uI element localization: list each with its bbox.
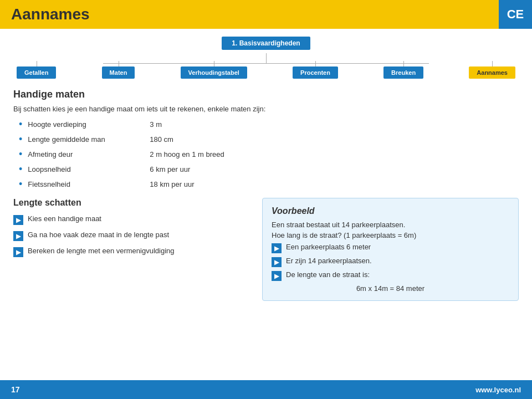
item-value: 180 cm [150, 135, 173, 144]
list-item: Hoogte verdieping 3 m [13, 119, 519, 130]
step-text: Bereken de lengte met een vermenigvuldig… [28, 247, 175, 255]
nav-items: Getallen Maten Verhoudingstabel Procente… [11, 66, 521, 79]
nav-section: 1. Basisvaardigheden Getallen Maten Verh… [0, 29, 532, 79]
arrow-icon: ▶ [13, 215, 23, 225]
item-label: Loopsnelheid [28, 165, 150, 173]
arrow-icon: ▶ [272, 271, 282, 281]
list-item: ▶ Er zijn 14 parkeerplaatsen. [272, 257, 509, 267]
list-item: ▶ Kies een handige maat [13, 214, 251, 225]
list-item: ▶ Bereken de lengte met een vermenigvuld… [13, 247, 251, 257]
nav-item-procenten[interactable]: Procenten [293, 66, 338, 79]
lengte-steps: ▶ Kies een handige maat ▶ Ga na hoe vaak… [13, 214, 251, 257]
arrow-icon: ▶ [272, 257, 282, 267]
voorbeeld-step: Een parkeerplaats 6 meter [286, 243, 371, 251]
voorbeeld-step: De lengte van de straat is: [286, 270, 370, 279]
item-label: Fietssnelheid [28, 180, 150, 188]
item-label: Lengte gemiddelde man [28, 135, 150, 144]
nav-top: 1. Basisvaardigheden [11, 37, 521, 50]
item-value: 2 m hoog en 1 m breed [150, 150, 224, 158]
voorbeeld-intro2: Hoe lang is de straat? (1 parkeerplaats … [272, 231, 509, 239]
arrow-icon: ▶ [13, 247, 23, 257]
list-item: ▶ Ga na hoe vaak deze maat in de lengte … [13, 231, 251, 241]
voorbeeld-result: 6m x 14m = 84 meter [272, 284, 509, 293]
list-item: Lengte gemiddelde man 180 cm [13, 134, 519, 145]
item-label: Afmeting deur [28, 150, 150, 158]
nav-top-label: 1. Basisvaardigheden [222, 37, 310, 50]
voorbeeld-title: Voorbeeld [272, 206, 509, 216]
list-item: ▶ De lengte van de straat is: [272, 270, 509, 281]
handige-maten-list: Hoogte verdieping 3 m Lengte gemiddelde … [13, 119, 519, 190]
page-title: Aannames [11, 6, 90, 23]
lengte-title: Lengte schatten [13, 198, 251, 208]
intro-text: Bij schatten kies je een handige maat om… [13, 105, 519, 113]
ce-badge: CE [499, 0, 532, 29]
voorbeeld-box: Voorbeeld Een straat bestaat uit 14 park… [262, 198, 519, 301]
main-content: Handige maten Bij schatten kies je een h… [0, 79, 532, 301]
list-item: Afmeting deur 2 m hoog en 1 m breed [13, 149, 519, 160]
nav-item-getallen[interactable]: Getallen [17, 66, 56, 79]
voorbeeld-step: Er zijn 14 parkeerplaatsen. [286, 257, 372, 265]
list-item: Fietssnelheid 18 km per uur [13, 178, 519, 190]
nav-item-maten[interactable]: Maten [102, 66, 135, 79]
nav-item-verhoudingstabel[interactable]: Verhoudingstabel [181, 66, 247, 79]
item-label: Hoogte verdieping [28, 120, 150, 129]
step-text: Ga na hoe vaak deze maat in de lengte pa… [28, 231, 169, 239]
list-item: Loopsnelheid 6 km per uur [13, 163, 519, 175]
arrow-icon: ▶ [272, 243, 282, 253]
arrow-icon: ▶ [13, 231, 23, 241]
header: Aannames CE [0, 0, 532, 29]
nav-tree-line [11, 53, 521, 63]
item-value: 3 m [150, 120, 162, 129]
item-value: 6 km per uur [150, 165, 190, 173]
nav-item-breuken[interactable]: Breuken [383, 66, 423, 79]
lengte-schatten: Lengte schatten ▶ Kies een handige maat … [13, 198, 251, 301]
section-title: Handige maten [13, 89, 519, 100]
footer-url: www.lyceo.nl [475, 386, 521, 394]
step-text: Kies een handige maat [28, 214, 101, 223]
footer: 17 www.lyceo.nl [0, 380, 532, 399]
list-item: ▶ Een parkeerplaats 6 meter [272, 243, 509, 253]
voorbeeld-intro1: Een straat bestaat uit 14 parkeerplaatse… [272, 221, 509, 229]
bottom-section: Lengte schatten ▶ Kies een handige maat … [13, 198, 519, 301]
nav-item-aannames[interactable]: Aannames [469, 66, 515, 79]
item-value: 18 km per uur [150, 180, 194, 188]
footer-page: 17 [11, 385, 20, 394]
voorbeeld-steps: ▶ Een parkeerplaats 6 meter ▶ Er zijn 14… [272, 243, 509, 281]
